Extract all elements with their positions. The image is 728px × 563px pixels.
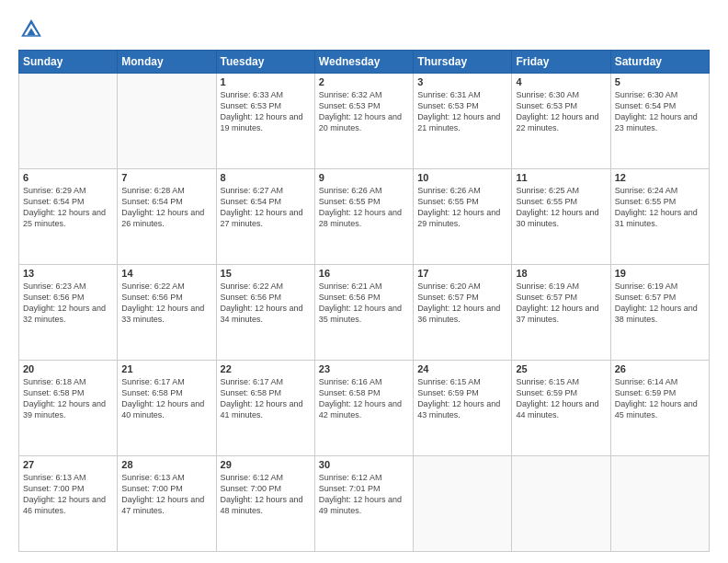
day-header-friday: Friday — [512, 51, 610, 74]
day-number: 27 — [23, 459, 113, 470]
day-cell: 22Sunrise: 6:17 AM Sunset: 6:58 PM Dayli… — [216, 361, 314, 456]
day-cell: 14Sunrise: 6:22 AM Sunset: 6:56 PM Dayli… — [118, 265, 216, 361]
day-info: Sunrise: 6:12 AM Sunset: 7:00 PM Dayligh… — [221, 472, 311, 517]
day-info: Sunrise: 6:19 AM Sunset: 6:57 PM Dayligh… — [615, 281, 705, 326]
page: SundayMondayTuesdayWednesdayThursdayFrid… — [0, 0, 728, 563]
day-cell: 16Sunrise: 6:21 AM Sunset: 6:56 PM Dayli… — [314, 265, 413, 361]
day-info: Sunrise: 6:20 AM Sunset: 6:57 PM Dayligh… — [417, 281, 507, 326]
day-number: 25 — [516, 363, 606, 374]
day-number: 24 — [417, 363, 507, 374]
day-info: Sunrise: 6:13 AM Sunset: 7:00 PM Dayligh… — [23, 472, 113, 517]
day-info: Sunrise: 6:24 AM Sunset: 6:55 PM Dayligh… — [615, 185, 705, 230]
day-info: Sunrise: 6:25 AM Sunset: 6:55 PM Dayligh… — [516, 185, 606, 230]
day-cell: 28Sunrise: 6:13 AM Sunset: 7:00 PM Dayli… — [118, 456, 216, 552]
week-row-1: 1Sunrise: 6:33 AM Sunset: 6:53 PM Daylig… — [19, 74, 710, 169]
day-cell — [512, 456, 610, 552]
day-info: Sunrise: 6:21 AM Sunset: 6:56 PM Dayligh… — [319, 281, 409, 326]
day-cell: 8Sunrise: 6:27 AM Sunset: 6:54 PM Daylig… — [216, 169, 314, 265]
day-number: 14 — [121, 268, 211, 279]
day-cell: 9Sunrise: 6:26 AM Sunset: 6:55 PM Daylig… — [314, 169, 413, 265]
day-info: Sunrise: 6:16 AM Sunset: 6:58 PM Dayligh… — [319, 376, 409, 421]
day-cell: 17Sunrise: 6:20 AM Sunset: 6:57 PM Dayli… — [414, 265, 512, 361]
day-number: 4 — [516, 76, 606, 87]
day-cell: 24Sunrise: 6:15 AM Sunset: 6:59 PM Dayli… — [414, 361, 512, 456]
day-info: Sunrise: 6:30 AM Sunset: 6:54 PM Dayligh… — [615, 89, 705, 134]
day-number: 30 — [319, 459, 409, 470]
day-number: 19 — [615, 268, 705, 279]
day-cell: 18Sunrise: 6:19 AM Sunset: 6:57 PM Dayli… — [512, 265, 610, 361]
day-info: Sunrise: 6:33 AM Sunset: 6:53 PM Dayligh… — [221, 89, 311, 134]
day-info: Sunrise: 6:22 AM Sunset: 6:56 PM Dayligh… — [221, 281, 311, 326]
week-row-2: 6Sunrise: 6:29 AM Sunset: 6:54 PM Daylig… — [19, 169, 710, 265]
day-info: Sunrise: 6:17 AM Sunset: 6:58 PM Dayligh… — [121, 376, 211, 421]
day-header-tuesday: Tuesday — [216, 51, 314, 74]
day-info: Sunrise: 6:31 AM Sunset: 6:53 PM Dayligh… — [417, 89, 507, 134]
day-cell — [610, 456, 709, 552]
day-number: 2 — [319, 76, 409, 87]
day-number: 20 — [23, 363, 113, 374]
day-info: Sunrise: 6:17 AM Sunset: 6:58 PM Dayligh… — [221, 376, 311, 421]
day-info: Sunrise: 6:19 AM Sunset: 6:57 PM Dayligh… — [516, 281, 606, 326]
day-info: Sunrise: 6:29 AM Sunset: 6:54 PM Dayligh… — [23, 185, 113, 230]
day-cell: 10Sunrise: 6:26 AM Sunset: 6:55 PM Dayli… — [414, 169, 512, 265]
calendar-table: SundayMondayTuesdayWednesdayThursdayFrid… — [18, 50, 710, 552]
day-cell: 12Sunrise: 6:24 AM Sunset: 6:55 PM Dayli… — [610, 169, 709, 265]
week-row-5: 27Sunrise: 6:13 AM Sunset: 7:00 PM Dayli… — [19, 456, 710, 552]
day-number: 3 — [417, 76, 507, 87]
day-cell: 4Sunrise: 6:30 AM Sunset: 6:53 PM Daylig… — [512, 74, 610, 169]
day-info: Sunrise: 6:14 AM Sunset: 6:59 PM Dayligh… — [615, 376, 705, 421]
day-cell: 5Sunrise: 6:30 AM Sunset: 6:54 PM Daylig… — [610, 74, 709, 169]
day-cell: 23Sunrise: 6:16 AM Sunset: 6:58 PM Dayli… — [314, 361, 413, 456]
week-row-3: 13Sunrise: 6:23 AM Sunset: 6:56 PM Dayli… — [19, 265, 710, 361]
day-number: 17 — [417, 268, 507, 279]
day-cell: 3Sunrise: 6:31 AM Sunset: 6:53 PM Daylig… — [414, 74, 512, 169]
day-cell: 30Sunrise: 6:12 AM Sunset: 7:01 PM Dayli… — [314, 456, 413, 552]
day-number: 7 — [121, 172, 211, 183]
day-cell: 29Sunrise: 6:12 AM Sunset: 7:00 PM Dayli… — [216, 456, 314, 552]
day-header-wednesday: Wednesday — [314, 51, 413, 74]
day-header-thursday: Thursday — [414, 51, 512, 74]
day-number: 29 — [221, 459, 311, 470]
logo — [18, 17, 46, 42]
day-number: 12 — [615, 172, 705, 183]
day-cell — [414, 456, 512, 552]
day-number: 18 — [516, 268, 606, 279]
day-number: 15 — [221, 268, 311, 279]
header — [18, 17, 710, 42]
day-cell — [118, 74, 216, 169]
day-info: Sunrise: 6:23 AM Sunset: 6:56 PM Dayligh… — [23, 281, 113, 326]
day-cell: 7Sunrise: 6:28 AM Sunset: 6:54 PM Daylig… — [118, 169, 216, 265]
day-cell: 13Sunrise: 6:23 AM Sunset: 6:56 PM Dayli… — [19, 265, 118, 361]
day-number: 11 — [516, 172, 606, 183]
day-info: Sunrise: 6:30 AM Sunset: 6:53 PM Dayligh… — [516, 89, 606, 134]
day-cell: 15Sunrise: 6:22 AM Sunset: 6:56 PM Dayli… — [216, 265, 314, 361]
day-number: 22 — [221, 363, 311, 374]
day-cell: 1Sunrise: 6:33 AM Sunset: 6:53 PM Daylig… — [216, 74, 314, 169]
day-number: 6 — [23, 172, 113, 183]
day-cell: 11Sunrise: 6:25 AM Sunset: 6:55 PM Dayli… — [512, 169, 610, 265]
calendar-header-row: SundayMondayTuesdayWednesdayThursdayFrid… — [19, 51, 710, 74]
day-info: Sunrise: 6:32 AM Sunset: 6:53 PM Dayligh… — [319, 89, 409, 134]
day-cell: 26Sunrise: 6:14 AM Sunset: 6:59 PM Dayli… — [610, 361, 709, 456]
day-cell: 27Sunrise: 6:13 AM Sunset: 7:00 PM Dayli… — [19, 456, 118, 552]
day-cell: 21Sunrise: 6:17 AM Sunset: 6:58 PM Dayli… — [118, 361, 216, 456]
logo-icon — [18, 17, 44, 42]
day-number: 16 — [319, 268, 409, 279]
day-info: Sunrise: 6:26 AM Sunset: 6:55 PM Dayligh… — [319, 185, 409, 230]
day-info: Sunrise: 6:15 AM Sunset: 6:59 PM Dayligh… — [417, 376, 507, 421]
day-info: Sunrise: 6:28 AM Sunset: 6:54 PM Dayligh… — [121, 185, 211, 230]
week-row-4: 20Sunrise: 6:18 AM Sunset: 6:58 PM Dayli… — [19, 361, 710, 456]
day-info: Sunrise: 6:22 AM Sunset: 6:56 PM Dayligh… — [121, 281, 211, 326]
day-info: Sunrise: 6:15 AM Sunset: 6:59 PM Dayligh… — [516, 376, 606, 421]
day-number: 1 — [221, 76, 311, 87]
day-number: 28 — [121, 459, 211, 470]
day-cell — [19, 74, 118, 169]
day-number: 26 — [615, 363, 705, 374]
day-cell: 2Sunrise: 6:32 AM Sunset: 6:53 PM Daylig… — [314, 74, 413, 169]
day-header-saturday: Saturday — [610, 51, 709, 74]
day-info: Sunrise: 6:26 AM Sunset: 6:55 PM Dayligh… — [417, 185, 507, 230]
day-number: 21 — [121, 363, 211, 374]
day-number: 13 — [23, 268, 113, 279]
day-number: 9 — [319, 172, 409, 183]
day-info: Sunrise: 6:18 AM Sunset: 6:58 PM Dayligh… — [23, 376, 113, 421]
